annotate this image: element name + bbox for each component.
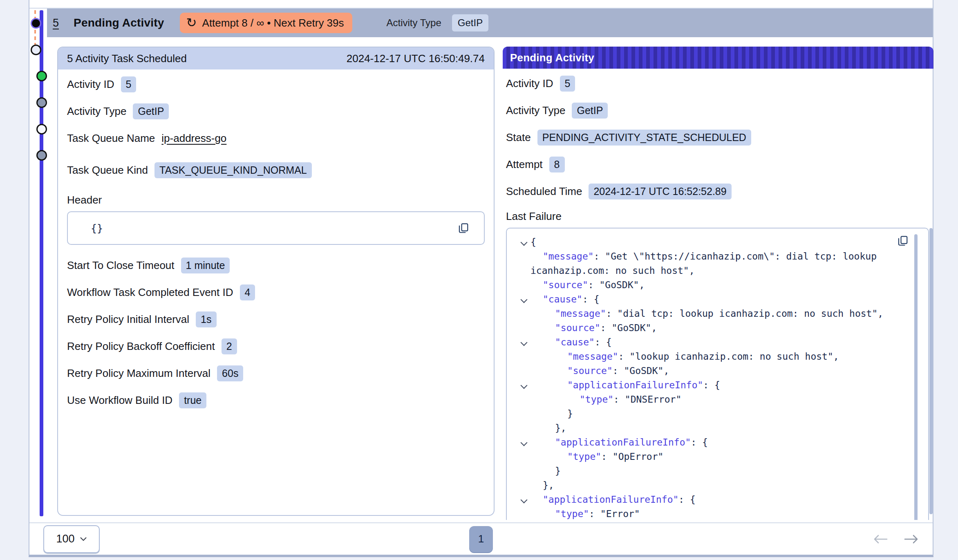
field-label: Activity Type <box>506 104 565 117</box>
field-label: Activity ID <box>506 77 553 90</box>
prev-page-button[interactable] <box>873 534 888 544</box>
field-label: Activity Type <box>67 105 126 118</box>
field-value-badge: 60s <box>217 365 243 381</box>
field-value-badge: GetIP <box>572 103 608 119</box>
page-size-select[interactable]: 100 <box>43 525 100 553</box>
json-line: "message": "Get \"https://icanhazip.com\… <box>521 249 904 264</box>
event-id-link[interactable]: 5 <box>53 17 59 29</box>
field-row-activity-type: Activity TypeGetIP <box>67 103 485 119</box>
last-failure-codeblock[interactable]: {"message": "Get \"https://icanhazip.com… <box>506 228 929 520</box>
field-label: Workflow Task Completed Event ID <box>67 286 233 299</box>
json-line: "type": "OpError" <box>521 450 904 464</box>
json-collapse-chevron-icon[interactable] <box>521 339 528 346</box>
json-line: "message": "dial tcp: lookup icanhazip.c… <box>521 307 904 321</box>
field-value-badge: 8 <box>549 157 565 172</box>
json-line: "applicationFailureInfo": { <box>521 378 904 392</box>
field-value-badge: 5 <box>560 76 575 92</box>
last-failure-label: Last Failure <box>506 210 929 223</box>
json-line: "applicationFailureInfo": { <box>521 435 904 450</box>
field-label: Attempt <box>506 158 543 171</box>
json-line: } <box>521 407 904 421</box>
json-line: icanhazip.com: no such host", <box>521 264 904 278</box>
timeline-dot-open <box>31 45 41 55</box>
field-label: Start To Close Timeout <box>67 259 175 272</box>
field-row-start-to-close-timeout: Start To Close Timeout1 minute <box>67 257 485 273</box>
timeline <box>29 9 47 522</box>
json-content: {"message": "Get \"https://icanhazip.com… <box>521 235 904 520</box>
pagination-arrows <box>873 534 919 544</box>
task-queue-link[interactable]: ip-address-go <box>161 132 226 145</box>
field-row-workflow-task-completed-event-id: Workflow Task Completed Event ID4 <box>67 284 485 300</box>
page-number-button[interactable]: 1 <box>469 526 493 552</box>
json-line: "cause": { <box>521 292 904 307</box>
field-row-task-queue-kind: Task Queue KindTASK_QUEUE_KIND_NORMAL <box>67 162 485 178</box>
field-row-retry-policy-backoff-coefficient: Retry Policy Backoff Coefficient2 <box>67 338 485 354</box>
field-label: Retry Policy Maximum Interval <box>67 367 210 380</box>
json-line: "cause": { <box>521 335 904 349</box>
timeline-dot-neutral <box>36 97 47 108</box>
json-line: }, <box>521 421 904 435</box>
timeline-dot-pending-retry <box>31 18 41 29</box>
pending-activity-title: Pending Activity <box>510 52 594 64</box>
json-line: } <box>521 464 904 478</box>
retry-icon: ↻ <box>186 16 197 29</box>
field-label: Retry Policy Backoff Coefficient <box>67 340 215 353</box>
event-fields-bottom: Start To Close Timeout1 minuteWorkflow T… <box>67 257 485 408</box>
timeline-dot-success <box>36 71 47 81</box>
field-value-badge: 5 <box>121 76 137 92</box>
event-row-header[interactable]: 5 Pending Activity ↻ Attempt 8 / ∞ • Nex… <box>47 9 933 37</box>
field-value-badge: TASK_QUEUE_KIND_NORMAL <box>154 162 312 178</box>
json-collapse-chevron-icon[interactable] <box>521 239 528 246</box>
pagination-bar: 100 1 <box>29 522 933 555</box>
json-line: "message": "lookup icanhazip.com: no suc… <box>521 349 904 364</box>
json-collapse-chevron-icon[interactable] <box>521 497 528 504</box>
field-row-state: StatePENDING_ACTIVITY_STATE_SCHEDULED <box>506 129 929 146</box>
field-row-activity-id: Activity ID5 <box>67 76 485 92</box>
arrow-left-icon <box>873 534 888 544</box>
event-card-timestamp: 2024-12-17 UTC 16:50:49.74 <box>347 52 485 65</box>
page-size-value: 100 <box>56 533 74 545</box>
field-row-activity-type: Activity TypeGetIP <box>506 102 929 119</box>
activity-type-label: Activity Type <box>387 17 441 29</box>
json-collapse-chevron-icon[interactable] <box>521 296 528 303</box>
codeblock-scrollbar[interactable] <box>914 234 918 520</box>
field-row-retry-policy-initial-interval: Retry Policy Initial Interval1s <box>67 311 485 327</box>
field-value-badge: 1s <box>196 311 216 327</box>
retry-badge-text: Attempt 8 / ∞ • Next Retry 39s <box>202 17 344 29</box>
copy-button[interactable] <box>458 222 469 234</box>
field-label: Task Queue Kind <box>67 164 148 177</box>
field-row-retry-policy-maximum-interval: Retry Policy Maximum Interval60s <box>67 365 485 381</box>
header-field-label: Header <box>67 194 485 206</box>
arrow-right-icon <box>904 534 919 544</box>
field-row-attempt: Attempt8 <box>506 156 929 172</box>
pending-activity-panel: Pending Activity Activity ID5Activity Ty… <box>503 47 933 520</box>
field-row-activity-id: Activity ID5 <box>506 75 929 92</box>
field-value-badge: 4 <box>240 284 255 300</box>
json-line: "applicationFailureInfo": { <box>521 493 904 507</box>
pending-activity-body: Activity ID5Activity TypeGetIPStatePENDI… <box>503 69 933 520</box>
chevron-down-icon <box>80 537 87 541</box>
header-codebox-value: {} <box>91 222 103 234</box>
json-collapse-chevron-icon[interactable] <box>521 382 528 389</box>
copy-button[interactable] <box>897 235 909 246</box>
pending-activity-header: Pending Activity <box>503 47 933 69</box>
field-label: Retry Policy Initial Interval <box>67 313 189 326</box>
field-row-task-queue-name: Task Queue Nameip-address-go <box>67 130 485 146</box>
panel-scrollbar[interactable] <box>929 228 933 514</box>
retry-badge: ↻ Attempt 8 / ∞ • Next Retry 39s <box>180 13 352 33</box>
activity-type-badge: GetIP <box>452 14 488 31</box>
next-page-button[interactable] <box>904 534 919 544</box>
event-history-container: 5 Pending Activity ↻ Attempt 8 / ∞ • Nex… <box>29 0 933 557</box>
event-fields-top: Activity ID5Activity TypeGetIPTask Queue… <box>67 76 485 178</box>
field-value-badge: true <box>179 392 206 408</box>
json-collapse-chevron-icon[interactable] <box>521 439 528 446</box>
json-line: { <box>521 235 904 249</box>
copy-icon <box>458 222 469 234</box>
field-value-badge: 1 minute <box>181 258 230 273</box>
field-row-scheduled-time: Scheduled Time2024-12-17 UTC 16:52:52.89 <box>506 183 929 199</box>
event-card-body: Activity ID5Activity TypeGetIPTask Queue… <box>58 69 494 426</box>
field-label: Task Queue Name <box>67 132 155 145</box>
field-value-badge: 2024-12-17 UTC 16:52:52.89 <box>589 184 731 199</box>
page: { "colors": { "page_bg": "#edf0f8", "hea… <box>0 0 958 560</box>
timeline-dot-open <box>36 124 47 134</box>
